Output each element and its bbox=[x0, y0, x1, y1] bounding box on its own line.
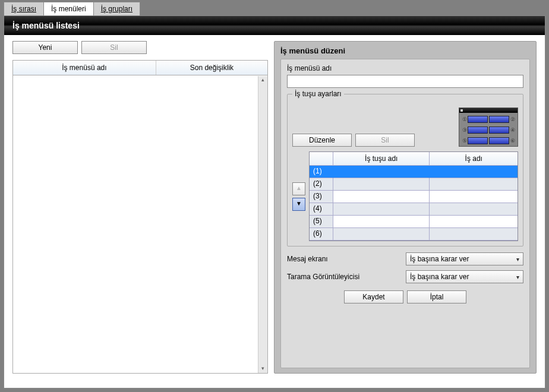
reorder-arrows: ▲ ▼ bbox=[292, 151, 305, 241]
tab-bar: İş sırası İş menüleri İş grupları bbox=[0, 0, 549, 15]
content: Yeni Sil İş menüsü adı Son değişiklik ▴ … bbox=[4, 35, 545, 380]
delete-button[interactable]: Sil bbox=[81, 41, 147, 54]
tab-job-order[interactable]: İş sırası bbox=[4, 2, 44, 15]
move-up-button[interactable]: ▲ bbox=[292, 182, 305, 195]
menu-name-input[interactable] bbox=[287, 75, 523, 88]
scroll-down-icon[interactable]: ▾ bbox=[258, 365, 267, 373]
right-panel: İş menüsü düzeni İş menüsü adı İş tuşu a… bbox=[274, 41, 537, 374]
menu-list-table: İş menüsü adı Son değişiklik ▴ ▾ bbox=[12, 60, 268, 374]
table-row[interactable]: (2) bbox=[310, 178, 518, 191]
col-job-name[interactable]: İş adı bbox=[430, 152, 518, 166]
col-menu-name[interactable]: İş menüsü adı bbox=[13, 61, 156, 75]
key-settings-label: İş tuşu ayarları bbox=[292, 90, 344, 98]
message-screen-label: Mesaj ekranı bbox=[287, 255, 406, 263]
scroll-up-icon[interactable]: ▴ bbox=[258, 76, 267, 84]
table-row[interactable]: (6) bbox=[310, 228, 518, 241]
scan-viewer-select[interactable]: İş başına karar ver bbox=[406, 270, 523, 283]
list-scrollbar[interactable]: ▴ ▾ bbox=[258, 76, 267, 373]
col-last-modified[interactable]: Son değişiklik bbox=[156, 61, 267, 75]
new-button[interactable]: Yeni bbox=[12, 41, 78, 54]
move-down-button[interactable]: ▼ bbox=[292, 198, 305, 211]
table-row[interactable]: (4) bbox=[310, 203, 518, 216]
left-pane: Yeni Sil İş menüsü adı Son değişiklik ▴ … bbox=[12, 41, 268, 374]
key-settings-group: İş tuşu ayarları Düzenle Sil ①② ③④ ⑤⑥ bbox=[287, 94, 523, 246]
scan-viewer-label: Tarama Görüntüleyicisi bbox=[287, 273, 406, 281]
table-row[interactable]: (5) bbox=[310, 216, 518, 228]
tab-job-groups[interactable]: İş grupları bbox=[93, 2, 140, 15]
key-grid: İş tuşu adı İş adı (1)(2)(3)(4)(5)(6) bbox=[309, 151, 518, 241]
col-index bbox=[310, 152, 333, 166]
cancel-button[interactable]: İptal bbox=[407, 290, 466, 304]
edit-button[interactable]: Düzenle bbox=[292, 134, 352, 147]
col-key-name[interactable]: İş tuşu adı bbox=[333, 152, 430, 166]
table-row[interactable]: (1) bbox=[310, 166, 518, 178]
page: İş menüsü listesi Yeni Sil İş menüsü adı… bbox=[4, 15, 545, 388]
message-screen-select[interactable]: İş başına karar ver bbox=[406, 252, 523, 265]
save-button[interactable]: Kaydet bbox=[344, 290, 403, 304]
tab-job-menus[interactable]: İş menüleri bbox=[43, 2, 94, 15]
table-row[interactable]: (3) bbox=[310, 191, 518, 203]
delete-key-button[interactable]: Sil bbox=[355, 134, 415, 147]
page-title: İş menüsü listesi bbox=[4, 16, 545, 35]
menu-name-label: İş menüsü adı bbox=[287, 64, 523, 72]
layout-preview: ①② ③④ ⑤⑥ bbox=[459, 108, 518, 147]
panel-title: İş menüsü düzeni bbox=[280, 46, 530, 55]
